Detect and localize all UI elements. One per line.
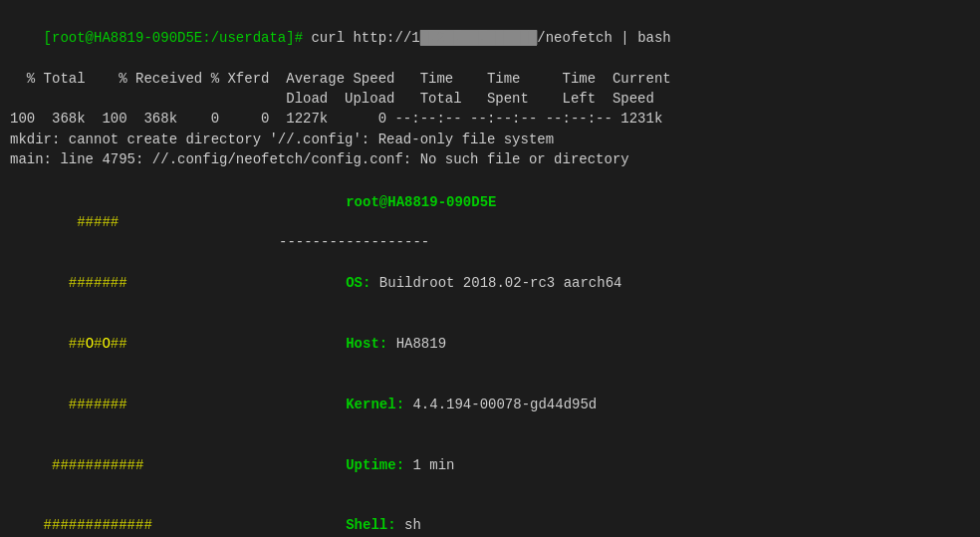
uptime-line: Uptime: 1 min bbox=[279, 434, 970, 495]
command-text: curl http://1█.2█.██.██████/neofetch | b… bbox=[303, 30, 671, 46]
ascii-line-2: ####### bbox=[10, 273, 269, 293]
kernel-label: Kernel: bbox=[346, 397, 404, 412]
terminal-window: [root@HA8819-090D5E:/userdata]# curl htt… bbox=[0, 0, 980, 537]
main-error: main: line 4795: //.config/neofetch/conf… bbox=[10, 149, 970, 169]
shell-label: Shell: bbox=[346, 517, 395, 533]
host-value: HA8819 bbox=[387, 336, 446, 352]
uptime-value: 1 min bbox=[404, 457, 454, 473]
host-line: Host: HA8819 bbox=[279, 313, 970, 374]
hostname-text: root@HA8819-090D5E bbox=[346, 194, 496, 210]
ascii-art: ##### ####### ##O#O## ####### ##########… bbox=[10, 171, 269, 537]
kernel-line: Kernel: 4.4.194-00078-gd44d95d bbox=[279, 374, 970, 434]
host-label: Host: bbox=[346, 336, 387, 352]
curl-header2: Dload Upload Total Spent Left Speed bbox=[10, 89, 970, 109]
curl-data: 100 368k 100 368k 0 0 1227k 0 --:--:-- -… bbox=[10, 109, 970, 129]
kernel-value: 4.4.194-00078-gd44d95d bbox=[404, 397, 597, 412]
curl-header1: % Total % Received % Xferd Average Speed… bbox=[10, 69, 970, 89]
ascii-line-5: ########### bbox=[10, 455, 269, 475]
command-line: [root@HA8819-090D5E:/userdata]# curl htt… bbox=[10, 8, 970, 69]
uptime-label: Uptime: bbox=[346, 457, 404, 473]
neofetch-output: ##### ####### ##O#O## ####### ##########… bbox=[10, 171, 970, 537]
mkdir-error: mkdir: cannot create directory '//.confi… bbox=[10, 130, 970, 149]
os-line: OS: Buildroot 2018.02-rc3 aarch64 bbox=[279, 253, 970, 314]
os-value: Buildroot 2018.02-rc3 aarch64 bbox=[370, 275, 621, 291]
separator-line: ------------------ bbox=[279, 232, 970, 252]
shell-value: sh bbox=[396, 517, 421, 533]
ascii-line-6: ############# bbox=[10, 515, 269, 535]
ascii-line-1: ##### bbox=[10, 212, 269, 232]
prompt-text: [root@HA8819-090D5E:/userdata]# bbox=[44, 30, 303, 46]
ascii-line-3: ##O#O## bbox=[10, 334, 269, 354]
os-label: OS: bbox=[346, 275, 370, 291]
shell-line: Shell: sh bbox=[279, 495, 970, 537]
ascii-line-4: ####### bbox=[10, 395, 269, 414]
hostname-line: root@HA8819-090D5E bbox=[279, 171, 970, 232]
info-section: root@HA8819-090D5E ------------------ OS… bbox=[269, 171, 970, 537]
